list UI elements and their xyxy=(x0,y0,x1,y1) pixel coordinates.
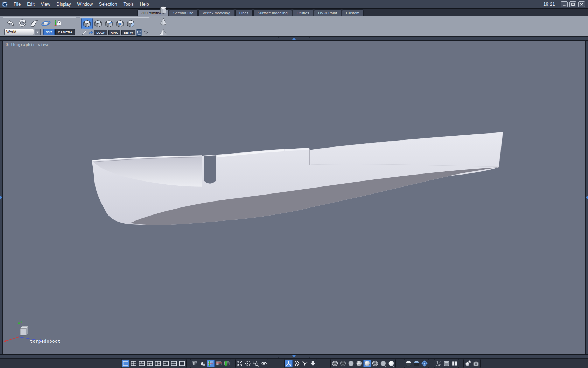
select-point-icon[interactable] xyxy=(114,18,125,29)
primitive-cylinder-icon[interactable] xyxy=(158,4,168,15)
matte-sphere-icon[interactable] xyxy=(379,360,387,367)
wireframe-box-icon[interactable] xyxy=(435,360,442,367)
orbit-dots-icon[interactable] xyxy=(244,360,252,367)
top-panel-handle[interactable] xyxy=(278,37,310,40)
loop-button[interactable]: LOOP xyxy=(94,30,107,35)
shading-group xyxy=(330,359,396,368)
left-panel-strip xyxy=(0,40,3,354)
lasso-select-icon[interactable] xyxy=(143,29,149,35)
between-button[interactable]: BETW xyxy=(121,30,135,35)
tab-lines[interactable]: Lines xyxy=(235,9,253,16)
clock: 19:21 xyxy=(543,2,555,7)
layout-two-top-one-bottom-icon[interactable] xyxy=(138,360,146,367)
viewport-canvas[interactable] xyxy=(0,40,588,354)
bottom-panel-handle[interactable] xyxy=(278,355,310,358)
right-panel-strip xyxy=(585,40,588,354)
menu-tools[interactable]: Tools xyxy=(120,1,136,8)
bottom-panel-strip xyxy=(0,355,588,359)
grid-snap-icon[interactable] xyxy=(191,360,198,367)
grid-vertical-icon[interactable] xyxy=(223,360,231,367)
look-at-eye-icon[interactable] xyxy=(260,360,268,367)
subdivision-icon[interactable] xyxy=(421,360,428,367)
menu-view[interactable]: View xyxy=(38,1,54,8)
backface-cylinder-icon[interactable] xyxy=(443,360,450,367)
menu-edit[interactable]: Edit xyxy=(24,1,38,8)
rotate-jack-icon[interactable] xyxy=(301,360,309,367)
world-dropdown-button[interactable] xyxy=(35,29,41,35)
primitive-pyramid-icon[interactable] xyxy=(158,27,168,38)
hidden-line-sphere-icon[interactable] xyxy=(339,360,347,367)
bright-sphere-icon[interactable] xyxy=(387,360,395,367)
flat-shaded-sphere-icon[interactable] xyxy=(347,360,355,367)
menu-display[interactable]: Display xyxy=(54,1,74,8)
menu-help[interactable]: Help xyxy=(137,1,152,8)
expand-up-icon xyxy=(292,38,296,40)
layout-single-icon[interactable] xyxy=(122,360,130,367)
render-camera-icon[interactable] xyxy=(472,360,480,367)
xyz-space-button[interactable]: XYZ xyxy=(43,29,55,35)
layout-one-left-two-right-icon[interactable] xyxy=(154,360,162,367)
camera-space-button[interactable]: CAMERA xyxy=(55,29,75,35)
tab-surface-modeling[interactable]: Surface modeling xyxy=(253,9,292,16)
smooth-shaded-sphere-icon[interactable] xyxy=(363,360,371,367)
space-buttons: XYZCAMERA xyxy=(43,29,75,35)
universal-manipulator-icon[interactable] xyxy=(285,360,293,367)
wireframe-sphere-icon[interactable] xyxy=(331,360,339,367)
menu-window[interactable]: Window xyxy=(74,1,96,8)
snap-lock-icon[interactable] xyxy=(199,360,206,367)
layout-one-top-two-bottom-icon[interactable] xyxy=(146,360,154,367)
minimize-button[interactable] xyxy=(561,1,568,7)
light-icon[interactable] xyxy=(464,360,472,367)
tab-custom[interactable]: Custom xyxy=(342,9,364,16)
fit-view-icon[interactable] xyxy=(236,360,244,367)
tab-uv-paint[interactable]: UV & Paint xyxy=(314,9,341,16)
maximize-button[interactable] xyxy=(569,1,576,7)
tab-second-life[interactable]: Second Life xyxy=(169,9,198,16)
grid-horizontal-icon[interactable] xyxy=(215,360,223,367)
tab-utilities[interactable]: Utilities xyxy=(293,9,313,16)
collapse-arrow-icon[interactable] xyxy=(309,360,317,367)
menu-selection[interactable]: Selection xyxy=(96,1,120,8)
primitive-grid-icon[interactable] xyxy=(158,0,168,4)
select-element-icon[interactable] xyxy=(125,18,136,29)
expand-left-icon[interactable] xyxy=(586,196,588,199)
world-space-select[interactable]: World xyxy=(4,29,34,35)
grow-selection-icon[interactable] xyxy=(88,30,93,35)
half-smooth-sphere-icon[interactable] xyxy=(405,360,412,367)
grid-xy-toggle-icon[interactable] xyxy=(207,360,215,367)
view-mode-label: Orthographic view xyxy=(6,42,48,47)
translate-arrows-icon[interactable] xyxy=(293,360,301,367)
torpedoboot-model[interactable] xyxy=(0,40,588,354)
wire-overlay-sphere-icon[interactable] xyxy=(371,360,379,367)
object-name-label: torpedoboot xyxy=(30,339,61,344)
layout-two-columns-icon[interactable] xyxy=(178,360,186,367)
smoothing-group xyxy=(404,359,429,368)
render-group xyxy=(463,359,481,368)
paint-selection-icon[interactable] xyxy=(81,30,87,35)
3d-viewport[interactable]: Orthographic view Y Z torpedoboot xyxy=(0,37,588,354)
orbit-view-icon[interactable] xyxy=(40,18,52,29)
ring-button[interactable]: RING xyxy=(108,30,121,35)
dual-view-icon[interactable] xyxy=(451,360,458,367)
close-button[interactable] xyxy=(578,1,585,7)
smoothing-dome-icon[interactable] xyxy=(413,360,420,367)
select-face-icon[interactable] xyxy=(93,18,104,29)
layout-quad-icon[interactable] xyxy=(130,360,138,367)
menu-file[interactable]: File xyxy=(10,1,24,8)
tab-vertex-modeling[interactable]: Vertex modeling xyxy=(198,9,234,16)
pan-view-icon[interactable] xyxy=(28,18,40,29)
select-object-icon[interactable] xyxy=(81,18,93,29)
ghost-mode-icon[interactable] xyxy=(52,18,64,29)
undo-icon[interactable] xyxy=(4,18,16,29)
expand-right-icon[interactable] xyxy=(0,196,2,199)
view-tools-group xyxy=(235,359,268,368)
select-edge-icon[interactable] xyxy=(104,18,114,29)
layout-two-left-one-right-icon[interactable] xyxy=(162,360,170,367)
layout-two-rows-icon[interactable] xyxy=(170,360,178,367)
primitive-cone-icon[interactable] xyxy=(158,15,168,27)
rectangle-select-icon[interactable] xyxy=(136,29,142,36)
zoom-area-icon[interactable] xyxy=(252,360,260,367)
top-panel-strip xyxy=(0,37,588,41)
redo-icon[interactable] xyxy=(16,18,28,29)
shaded-wireframe-sphere-icon[interactable] xyxy=(355,360,363,367)
